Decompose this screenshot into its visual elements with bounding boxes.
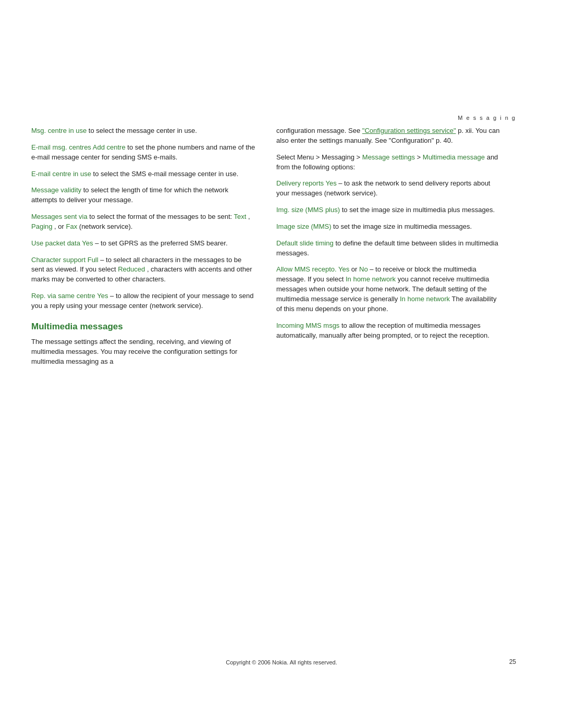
multimedia-messages-heading: Multimedia messages — [31, 320, 255, 334]
entry-email-centre-in-use: E-mail centre in use to select the SMS e… — [31, 169, 255, 179]
body-msg-centre-in-use: to select the message center in use. — [89, 127, 197, 134]
section-multimedia-messages: Multimedia messages The message settings… — [31, 320, 255, 367]
term-multimedia-message: Multimedia message — [423, 153, 485, 161]
term-character-support: Character support — [31, 256, 85, 264]
term-reduced: Reduced — [118, 265, 145, 273]
term-fax: Fax — [66, 223, 78, 230]
entry-character-support: Character support Full – to select all c… — [31, 255, 255, 285]
term-delivery-reports: Delivery reports — [276, 179, 324, 187]
term-message-validity: Message validity — [31, 186, 81, 194]
entry-delivery-reports: Delivery reports Yes – to ask the networ… — [276, 179, 500, 199]
entry-menu-instruction: Select Menu > Messaging > Message settin… — [276, 153, 500, 172]
term-paging: Paging — [31, 223, 52, 230]
term-message-settings: Message settings — [362, 153, 415, 161]
link-config-settings-service: "Configuration settings service" — [362, 127, 456, 134]
section-title: M e s s a g i n g — [458, 115, 516, 121]
term-use-packet-data: Use packet data — [31, 239, 80, 247]
term-allow-mms-recepto: Allow MMS recepto. — [276, 265, 337, 273]
term-email-centre-in-use: E-mail centre in use — [31, 170, 91, 178]
page-number: 25 — [509, 658, 516, 665]
term-incoming-mms-msgs: Incoming MMS msgs — [276, 322, 339, 329]
entry-incoming-mms-msgs: Incoming MMS msgs to allow the reception… — [276, 321, 500, 341]
entry-img-size-mms-plus: Img. size (MMS plus) to set the image si… — [276, 205, 500, 215]
term-msg-centre-in-use: Msg. centre in use — [31, 127, 87, 134]
entry-message-validity: Message validity to select the length of… — [31, 186, 255, 205]
entry-email-msg-centres: E-mail msg. centres Add centre to set th… — [31, 143, 255, 163]
term-yes-mms: Yes — [338, 265, 349, 273]
page: M e s s a g i n g Msg. centre in use to … — [0, 0, 563, 728]
entry-allow-mms-recepto: Allow MMS recepto. Yes or No – to receiv… — [276, 265, 500, 314]
entry-rep-via-same-centre: Rep. via same centre Yes – to allow the … — [31, 291, 255, 311]
term-in-home-network-2: In home network — [400, 295, 450, 303]
entry-use-packet-data: Use packet data Yes – to set GPRS as the… — [31, 239, 255, 249]
entry-messages-sent-via: Messages sent via to select the format o… — [31, 212, 255, 232]
term-add-centre: Add centre — [93, 143, 126, 151]
body-menu-instruction-1: Select Menu > Messaging — [276, 153, 354, 161]
multimedia-messages-body: The message settings affect the sending,… — [31, 337, 255, 367]
left-column: Msg. centre in use to select the message… — [31, 126, 255, 374]
term-no-mms: No — [359, 265, 368, 273]
body-img-size-mms-plus: to set the image size in multimedia plus… — [342, 206, 495, 214]
entry-msg-centre-in-use: Msg. centre in use to select the message… — [31, 126, 255, 136]
body-messages-sent-via-1: to select the format of the messages to … — [89, 213, 234, 220]
section-header: M e s s a g i n g — [0, 0, 563, 126]
term-messages-sent-via: Messages sent via — [31, 213, 88, 220]
term-yes-rep: Yes — [97, 292, 108, 300]
term-img-size-mms-plus: Img. size (MMS plus) — [276, 206, 340, 214]
body-menu-instruction-2: > — [357, 153, 362, 161]
entry-image-size-mms: Image size (MMS) to set the image size i… — [276, 222, 500, 232]
term-in-home-network-1: In home network — [346, 275, 396, 283]
body-image-size-mms: to set the image size in multimedia mess… — [333, 223, 472, 230]
right-column: configuration message. See "Configuratio… — [276, 126, 500, 374]
entry-default-slide-timing: Default slide timing to define the defau… — [276, 239, 500, 258]
term-image-size-mms: Image size (MMS) — [276, 223, 331, 230]
body-use-packet-data: – to set GPRS as the preferred SMS beare… — [95, 239, 227, 247]
entry-config-intro: configuration message. See "Configuratio… — [276, 126, 500, 146]
term-email-msg-centres: E-mail msg. centres — [31, 143, 91, 151]
content-area: Msg. centre in use to select the message… — [0, 126, 563, 374]
body-email-centre-in-use: to select the SMS e-mail message center … — [93, 170, 239, 178]
term-yes-packet-data: Yes — [82, 239, 93, 247]
copyright-text: Copyright © 2006 Nokia. All rights reser… — [226, 659, 337, 665]
term-full: Full — [88, 256, 99, 264]
term-rep-via-same-centre: Rep. via same centre — [31, 292, 95, 300]
term-default-slide-timing: Default slide timing — [276, 239, 334, 247]
term-text: Text — [234, 213, 247, 220]
page-footer: Copyright © 2006 Nokia. All rights reser… — [0, 659, 563, 665]
body-config-intro-1: configuration message. See — [276, 127, 362, 134]
term-yes-delivery: Yes — [325, 179, 336, 187]
